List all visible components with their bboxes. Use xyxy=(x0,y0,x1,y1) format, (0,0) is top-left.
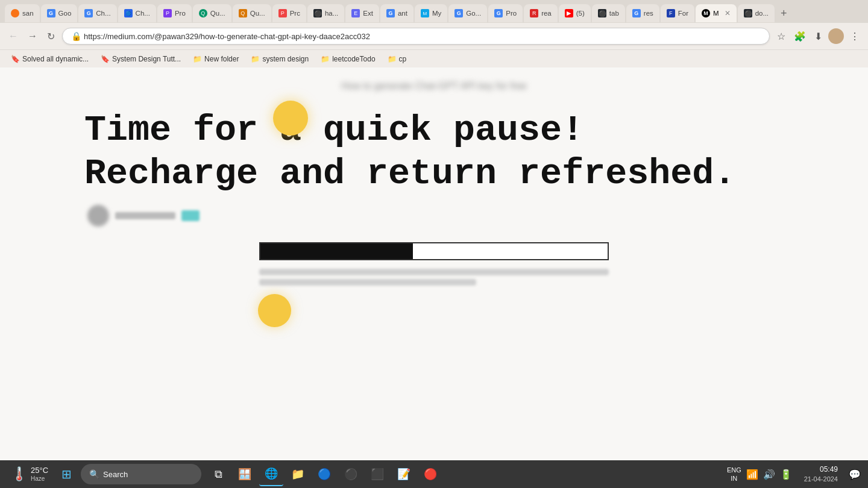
forward-button[interactable]: → xyxy=(25,28,40,44)
tab-ch2[interactable]: 🔵 Ch... xyxy=(118,4,156,22)
chrome-button[interactable]: 🔵 xyxy=(312,462,336,486)
author-name-blurred xyxy=(115,212,175,219)
author-avatar xyxy=(87,205,109,227)
git-button[interactable]: ⚫ xyxy=(339,462,363,486)
widgets-button[interactable]: 🪟 xyxy=(233,462,257,486)
tab-do[interactable]: ⚫ do... xyxy=(738,4,775,22)
taskbar-right: ENGIN 📶 🔊 🔋 05:49 21-04-2024 💬 xyxy=(723,465,863,484)
folder-icon: 📁 xyxy=(251,55,260,63)
progress-bar-container xyxy=(259,242,609,260)
tab-for[interactable]: F For xyxy=(661,4,694,22)
bookmark-cp[interactable]: 📁 cp xyxy=(383,54,412,64)
language-region: ENGIN xyxy=(727,466,741,483)
nav-bar: ← → ↻ 🔒 https://medium.com/@pawan329/how… xyxy=(0,23,868,49)
search-label: Search xyxy=(103,470,128,479)
task-view-button[interactable]: ⧉ xyxy=(206,462,230,486)
page-content: How to generate Chat-GPT API key for fre… xyxy=(0,67,868,460)
vscode-button[interactable]: 📝 xyxy=(392,462,416,486)
tab-ext[interactable]: E Ext xyxy=(345,4,379,22)
tab-close-icon[interactable]: ✕ xyxy=(725,9,731,17)
weather-icon: 🌡️ xyxy=(11,466,27,482)
weather-condition: Haze xyxy=(31,475,48,483)
app9-button[interactable]: 🔴 xyxy=(418,462,442,486)
tab-pro[interactable]: P Pro xyxy=(157,4,192,22)
refresh-button[interactable]: ↻ xyxy=(45,28,57,45)
heading-line1: Time for a quick pause! xyxy=(84,108,784,152)
edge-button[interactable]: 🌐 xyxy=(259,462,283,486)
new-tab-button[interactable]: + xyxy=(776,5,792,22)
bookmark-icon: 🔖 xyxy=(11,55,20,63)
terminal-button[interactable]: ⬛ xyxy=(365,462,389,486)
lock-icon: 🔒 xyxy=(71,31,81,41)
extension-button[interactable]: 🧩 xyxy=(791,28,808,45)
git-icon: ⚫ xyxy=(344,468,357,481)
tab-yt[interactable]: ▶ (5) xyxy=(559,4,591,22)
progress-bar-fill xyxy=(260,243,413,259)
sun-icon-bottom xyxy=(258,294,291,327)
bottom-blurred-text xyxy=(0,269,868,286)
download-button[interactable]: ⬇ xyxy=(812,28,825,45)
weather-text: 25°C Haze xyxy=(31,466,48,483)
weather-temp: 25°C xyxy=(31,466,48,475)
bookmark-label: New folder xyxy=(204,55,239,63)
tab-ch1[interactable]: G Ch... xyxy=(78,4,116,22)
menu-button[interactable]: ⋮ xyxy=(848,28,862,45)
chrome-icon: 🔵 xyxy=(318,468,331,481)
back-button[interactable]: ← xyxy=(6,28,20,44)
clock-time: 05:49 xyxy=(804,465,838,475)
tab-rea[interactable]: R rea xyxy=(524,4,558,22)
heading-line2: Recharge and return refreshed. xyxy=(84,152,784,195)
taskbar-weather[interactable]: 🌡️ 25°C Haze xyxy=(5,463,54,485)
bookmark-leetcode[interactable]: 📁 leetcodeTodo xyxy=(316,54,380,64)
tab-bar: san G Goo G Ch... 🔵 Ch... P Pro Q Qu... … xyxy=(0,0,868,23)
bookmark-sysdesign[interactable]: 🔖 System Design Tutt... xyxy=(96,54,186,64)
clock-date: 21-04-2024 xyxy=(804,475,838,484)
explorer-button[interactable]: 📁 xyxy=(286,462,310,486)
folder-icon: 📁 xyxy=(193,55,202,63)
search-icon: 🔍 xyxy=(89,469,99,479)
tab-my[interactable]: M My xyxy=(415,4,447,22)
tab-qu1[interactable]: Q Qu... xyxy=(193,4,231,22)
bookmark-solved[interactable]: 🔖 Solved all dynamic... xyxy=(6,54,93,64)
bookmark-newfolder[interactable]: 📁 New folder xyxy=(188,54,244,64)
tab-goo[interactable]: G Goo xyxy=(41,4,78,22)
tab-go[interactable]: G Go... xyxy=(448,4,487,22)
bookmark-systemdesign[interactable]: 📁 system design xyxy=(246,54,313,64)
notification-button[interactable]: 💬 xyxy=(846,466,863,483)
progress-section xyxy=(259,242,609,260)
bookmark-label: leetcodeTodo xyxy=(332,55,375,63)
tab-qu2[interactable]: Q Qu... xyxy=(233,4,271,22)
windows-logo-icon: ⊞ xyxy=(61,467,72,481)
vscode-icon: 📝 xyxy=(397,468,410,481)
url-text: https://medium.com/@pawan329/how-to-gene… xyxy=(84,32,761,41)
start-button[interactable]: ⊞ xyxy=(54,462,78,486)
author-badge-blurred xyxy=(181,210,200,221)
tab-pro2[interactable]: G Pro xyxy=(488,4,523,22)
taskbar-search-bar[interactable]: 🔍 Search xyxy=(81,464,201,484)
bookmark-label: system design xyxy=(262,55,309,63)
browser-chrome: san G Goo G Ch... 🔵 Ch... P Pro Q Qu... … xyxy=(0,0,868,67)
tab-prc[interactable]: P Prc xyxy=(272,4,306,22)
app9-icon: 🔴 xyxy=(424,468,437,481)
folder-icon: 📁 xyxy=(321,55,330,63)
tab-medium[interactable]: M M ✕ xyxy=(696,4,737,22)
tab-res[interactable]: G res xyxy=(626,4,659,22)
tab-tab[interactable]: ⚫ tab xyxy=(592,4,625,22)
bookmark-label: System Design Tutt... xyxy=(112,55,181,63)
tab-san[interactable]: san xyxy=(5,4,40,22)
task-view-icon: ⧉ xyxy=(215,468,222,481)
address-bar[interactable]: 🔒 https://medium.com/@pawan329/how-to-ge… xyxy=(62,28,770,45)
nav-actions: ☆ 🧩 ⬇ ⋮ xyxy=(775,28,862,45)
volume-icon: 🔊 xyxy=(763,469,775,480)
tab-ha[interactable]: ⚫ ha... xyxy=(307,4,344,22)
tab-ant[interactable]: G ant xyxy=(380,4,414,22)
bookmark-star-button[interactable]: ☆ xyxy=(775,28,788,45)
edge-icon: 🌐 xyxy=(265,467,278,480)
bookmarks-bar: 🔖 Solved all dynamic... 🔖 System Design … xyxy=(0,49,868,67)
taskbar-clock[interactable]: 05:49 21-04-2024 xyxy=(799,465,843,484)
profile-avatar[interactable] xyxy=(828,28,844,44)
bookmark-label: Solved all dynamic... xyxy=(22,55,89,63)
battery-icon: 🔋 xyxy=(780,469,792,480)
system-icons[interactable]: ENGIN 📶 🔊 🔋 xyxy=(723,466,796,483)
terminal-icon: ⬛ xyxy=(371,468,384,481)
